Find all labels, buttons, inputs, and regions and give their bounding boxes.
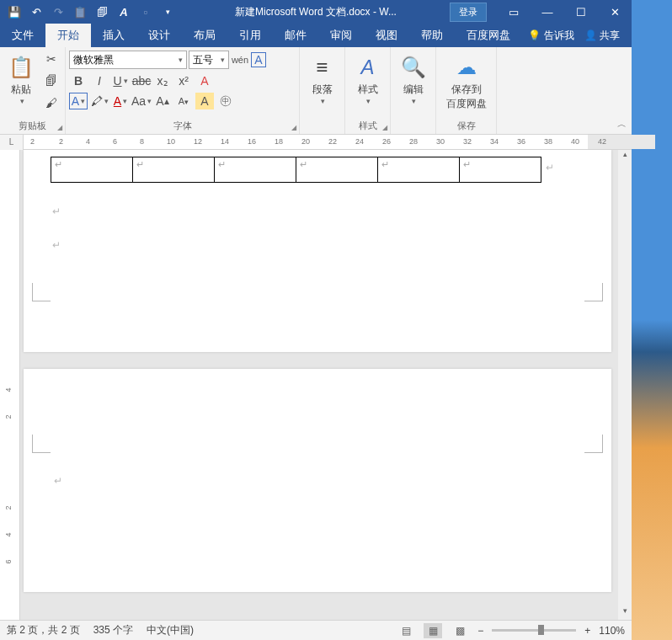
clear-format-icon[interactable]: A bbox=[195, 72, 214, 89]
paragraph-button[interactable]: ≡ 段落 ▾ bbox=[303, 51, 341, 107]
underline-icon[interactable]: U▾ bbox=[111, 72, 130, 89]
text-effects-icon[interactable]: A▾ bbox=[69, 93, 88, 109]
superscript-icon[interactable]: x² bbox=[174, 72, 193, 89]
qat-btn-5[interactable]: 🗐 bbox=[94, 4, 109, 19]
login-button[interactable]: 登录 bbox=[450, 3, 487, 22]
undo-icon[interactable]: ↶ bbox=[29, 4, 44, 19]
cut-icon[interactable]: ✂ bbox=[42, 51, 61, 67]
grow-font-icon[interactable]: A▴ bbox=[153, 93, 172, 109]
format-painter-icon[interactable]: 🖌 bbox=[42, 94, 61, 111]
tab-design[interactable]: 设计 bbox=[136, 24, 182, 47]
maximize-button[interactable]: ☐ bbox=[564, 0, 598, 24]
qat-btn-6[interactable]: A bbox=[116, 4, 131, 19]
paste-button[interactable]: 📋 粘贴 ▾ bbox=[3, 51, 39, 111]
font-name-combo[interactable]: 微软雅黑▾ bbox=[69, 51, 187, 69]
group-paragraph: ≡ 段落 ▾ bbox=[300, 47, 345, 134]
group-label-clipboard: 剪贴板 bbox=[3, 118, 61, 134]
enclose-char-icon[interactable]: ㊥ bbox=[216, 93, 235, 109]
tab-layout[interactable]: 布局 bbox=[182, 24, 227, 47]
shrink-font-icon[interactable]: A▾ bbox=[174, 93, 193, 109]
paste-icon: 📋 bbox=[8, 52, 34, 83]
strikethrough-icon[interactable]: abc bbox=[132, 72, 151, 89]
copy-icon[interactable]: 🗐 bbox=[42, 72, 61, 89]
zoom-slider[interactable] bbox=[492, 629, 576, 632]
tab-mailings[interactable]: 邮件 bbox=[273, 24, 318, 47]
share-button[interactable]: 👤 共享 bbox=[584, 29, 620, 43]
word-count[interactable]: 335 个字 bbox=[93, 623, 133, 637]
highlight-icon[interactable]: 🖍▾ bbox=[90, 93, 109, 109]
tab-help[interactable]: 帮助 bbox=[409, 24, 455, 47]
char-border-icon[interactable]: A bbox=[251, 52, 266, 67]
tab-insert[interactable]: 插入 bbox=[91, 24, 136, 47]
page-indicator[interactable]: 第 2 页，共 2 页 bbox=[7, 623, 80, 637]
save-baidu-button[interactable]: ☁ 保存到 百度网盘 bbox=[440, 51, 493, 113]
styles-button[interactable]: A 样式 ▾ bbox=[349, 51, 387, 107]
collapse-ribbon-icon[interactable]: ︿ bbox=[617, 118, 627, 131]
tab-review[interactable]: 审阅 bbox=[318, 24, 364, 47]
zoom-out-button[interactable]: − bbox=[477, 625, 483, 637]
font-size-combo[interactable]: 五号▾ bbox=[189, 51, 229, 69]
page-1[interactable]: ↵ ↵ ↵ ↵ ↵ ↵ ↵ ↵ ↵ bbox=[24, 150, 611, 352]
ribbon: 📋 粘贴 ▾ ✂ 🗐 🖌 剪贴板 ◢ 微软雅黑▾ 五号▾ bbox=[0, 47, 632, 135]
font-color-icon[interactable]: A▾ bbox=[111, 93, 130, 109]
print-layout-icon[interactable]: ▦ bbox=[424, 623, 442, 638]
read-mode-icon[interactable]: ▤ bbox=[397, 623, 415, 638]
editing-button[interactable]: 🔍 编辑 ▾ bbox=[394, 51, 432, 107]
group-label-styles: 样式 bbox=[349, 118, 387, 134]
table-cell[interactable]: ↵ bbox=[215, 157, 296, 183]
tab-file[interactable]: 文件 bbox=[0, 24, 45, 47]
bold-icon[interactable]: B bbox=[69, 72, 88, 89]
tab-baidu[interactable]: 百度网盘 bbox=[455, 24, 522, 47]
title-bar: 💾 ↶ ↷ 📋 🗐 A ▫ ▾ 新建Microsoft Word 文档.docx… bbox=[0, 0, 632, 24]
scroll-down-icon[interactable]: ▾ bbox=[618, 606, 632, 620]
page-container[interactable]: ↵ ↵ ↵ ↵ ↵ ↵ ↵ ↵ ↵ ↵ bbox=[20, 150, 632, 620]
table-row[interactable]: ↵ ↵ ↵ ↵ ↵ ↵ bbox=[51, 157, 541, 183]
document-title: 新建Microsoft Word 文档.docx - W... bbox=[182, 5, 450, 19]
zoom-in-button[interactable]: + bbox=[584, 625, 590, 637]
change-case-icon[interactable]: Aa▾ bbox=[132, 93, 151, 109]
paragraph-mark: ↵ bbox=[546, 162, 554, 173]
minimize-button[interactable]: — bbox=[531, 0, 564, 24]
scroll-up-icon[interactable]: ▴ bbox=[618, 150, 632, 163]
tell-me[interactable]: 💡 告诉我 bbox=[528, 29, 573, 43]
zoom-level[interactable]: 110% bbox=[599, 625, 625, 637]
styles-launcher-icon[interactable]: ◢ bbox=[382, 124, 387, 131]
tab-view[interactable]: 视图 bbox=[364, 24, 409, 47]
tab-home[interactable]: 开始 bbox=[45, 24, 91, 47]
close-button[interactable]: ✕ bbox=[598, 0, 632, 24]
group-font: 微软雅黑▾ 五号▾ wén A B I U▾ abc x₂ x² A A▾ 🖍▾ bbox=[66, 47, 300, 134]
tab-references[interactable]: 引用 bbox=[227, 24, 273, 47]
qat-customize-icon[interactable]: ▾ bbox=[160, 4, 175, 19]
redo-icon[interactable]: ↷ bbox=[51, 4, 66, 19]
document-table[interactable]: ↵ ↵ ↵ ↵ ↵ ↵ bbox=[51, 157, 541, 183]
vertical-ruler[interactable]: 4 2 2 4 6 bbox=[0, 150, 20, 620]
phonetic-guide-icon[interactable]: wén bbox=[231, 51, 249, 68]
page-2[interactable]: ↵ bbox=[24, 369, 611, 592]
table-cell[interactable]: ↵ bbox=[296, 157, 378, 183]
italic-icon[interactable]: I bbox=[90, 72, 109, 89]
save-icon[interactable]: 💾 bbox=[7, 4, 22, 19]
table-cell[interactable]: ↵ bbox=[378, 157, 460, 183]
table-cell[interactable]: ↵ bbox=[460, 157, 541, 183]
vertical-scrollbar[interactable]: ▴ ▾ bbox=[618, 150, 632, 620]
group-clipboard: 📋 粘贴 ▾ ✂ 🗐 🖌 剪贴板 ◢ bbox=[0, 47, 66, 134]
qat-btn-4[interactable]: 📋 bbox=[72, 4, 88, 19]
group-editing: 🔍 编辑 ▾ bbox=[391, 47, 436, 134]
font-launcher-icon[interactable]: ◢ bbox=[291, 124, 296, 131]
group-label-save: 保存 bbox=[440, 118, 493, 134]
table-cell[interactable]: ↵ bbox=[133, 157, 215, 183]
ribbon-display-icon[interactable]: ▭ bbox=[497, 0, 531, 24]
qat-btn-7[interactable]: ▫ bbox=[138, 4, 153, 19]
web-layout-icon[interactable]: ▩ bbox=[451, 623, 469, 638]
subscript-icon[interactable]: x₂ bbox=[153, 72, 172, 89]
margin-corner-icon bbox=[584, 283, 603, 301]
paragraph-mark: ↵ bbox=[52, 239, 61, 251]
table-cell[interactable]: ↵ bbox=[51, 157, 133, 183]
word-window: 💾 ↶ ↷ 📋 🗐 A ▫ ▾ 新建Microsoft Word 文档.docx… bbox=[0, 0, 632, 640]
clipboard-launcher-icon[interactable]: ◢ bbox=[57, 124, 62, 131]
tab-selector[interactable]: L bbox=[0, 135, 24, 150]
paragraph-mark: ↵ bbox=[54, 475, 62, 487]
horizontal-ruler[interactable]: L 2 2 4 6 8 10 12 14 16 18 20 22 24 26 2… bbox=[0, 135, 632, 150]
char-shading-icon[interactable]: A bbox=[195, 93, 214, 109]
language-indicator[interactable]: 中文(中国) bbox=[147, 623, 194, 637]
